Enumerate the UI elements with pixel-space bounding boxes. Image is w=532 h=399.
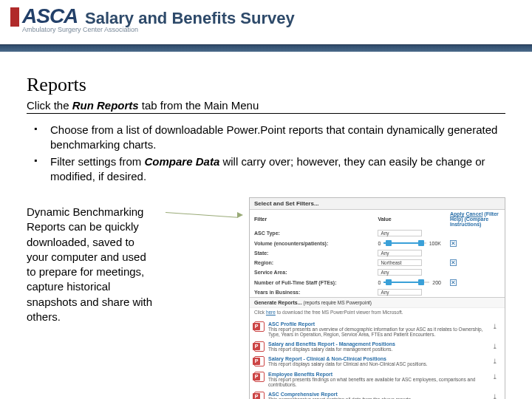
filter-name: Service Area: — [250, 267, 373, 277]
powerpoint-icon[interactable] — [254, 392, 265, 399]
generate-heading-text: Generate Reports... — [254, 300, 302, 305]
report-row: ASC Comprehensive Report This comprehens… — [253, 389, 502, 399]
asc-type-select[interactable]: Any — [378, 230, 422, 236]
report-desc: This report presents an overview of demo… — [268, 327, 486, 337]
reports-panel: Select and Set Filters... Filter Value A… — [249, 197, 505, 399]
report-list: ASC Profile Report This report presents … — [250, 316, 505, 399]
filter-name: ASC Type: — [250, 228, 373, 238]
filter-name: Region: — [250, 258, 373, 267]
years-select[interactable]: Any — [378, 289, 422, 296]
download-icon[interactable]: ⤓ — [490, 392, 500, 399]
report-desc: This report displays salary data for Cli… — [268, 361, 486, 366]
subtitle-suffix: tab from the Main Menu — [139, 99, 259, 112]
logo-text: ASCA — [22, 4, 78, 28]
powerpoint-icon[interactable] — [254, 372, 265, 382]
filter-name: Number of Full-Time Staff (FTEs): — [250, 277, 373, 287]
powerpoint-icon[interactable] — [254, 356, 265, 366]
bullet-list: Choose from a list of downloadable Power… — [40, 123, 505, 184]
slider-min: 0 — [378, 280, 381, 285]
bullet-item: Filter settings from Compare Data will c… — [40, 154, 505, 185]
click-here-link[interactable]: here — [266, 310, 276, 315]
logo-accent — [10, 7, 19, 27]
filters-heading: Select and Set Filters... — [250, 198, 505, 210]
filter-name: Years in Business: — [250, 287, 373, 297]
download-icon[interactable]: ⤓ — [490, 372, 500, 387]
bullet-item: Choose from a list of downloadable Power… — [40, 123, 505, 153]
report-title[interactable]: ASC Profile Report — [268, 321, 486, 327]
volume-slider[interactable] — [383, 239, 426, 247]
lower-row: Dynamic Benchmarking Reports can be quic… — [27, 197, 505, 399]
caption: Dynamic Benchmarking Reports can be quic… — [27, 197, 156, 399]
bullet-text: Choose from a list of downloadable Power… — [50, 123, 497, 151]
report-desc: This report displays salary data for man… — [268, 347, 486, 352]
fte-checkbox[interactable]: ✕ — [450, 279, 457, 286]
download-icon[interactable]: ⤓ — [490, 341, 500, 352]
filter-table: Filter Value Apply Cancel (Filter Help) … — [250, 210, 505, 297]
slider-min: 0 — [378, 241, 381, 246]
powerpoint-icon[interactable] — [254, 341, 265, 352]
fte-slider[interactable] — [383, 279, 429, 286]
subtitle-em: Run Reports — [72, 99, 139, 112]
bullet-em: Compare Data — [145, 155, 220, 168]
page-title: Reports — [27, 74, 505, 96]
col-value: Value — [373, 210, 446, 228]
report-title[interactable]: Employee Benefits Report — [268, 372, 486, 377]
download-icon[interactable]: ⤓ — [490, 321, 500, 337]
filter-name: State: — [250, 248, 373, 258]
bullet-text: Filter settings from — [50, 155, 145, 168]
volume-checkbox[interactable]: ✕ — [450, 240, 457, 247]
header: ASCA Ambulatory Surgery Center Associati… — [0, 0, 532, 52]
report-title[interactable]: Salary and Benefits Report - Management … — [268, 341, 486, 347]
content: Reports Click the Run Reports tab from t… — [0, 52, 532, 399]
report-title[interactable]: Salary Report - Clinical & Non-Clinical … — [268, 356, 486, 361]
service-area-select[interactable]: Any — [378, 269, 422, 276]
report-desc: This report presents findings on what be… — [268, 377, 486, 387]
apply-link[interactable]: Apply — [450, 211, 464, 216]
report-title[interactable]: ASC Comprehensive Report — [268, 392, 486, 397]
region-checkbox[interactable]: ✕ — [450, 259, 457, 266]
arrow — [162, 197, 243, 399]
generate-heading: Generate Reports... (reports require MS … — [250, 297, 505, 308]
report-row: Salary and Benefits Report - Management … — [253, 339, 502, 354]
filter-name: Volume (encounters/patients): — [250, 238, 373, 248]
slide-title: Salary and Benefits Survey — [85, 9, 295, 28]
download-icon[interactable]: ⤓ — [490, 356, 500, 366]
slider-max: 100K — [429, 241, 441, 246]
click-here-line: Click here to download the free MS Power… — [250, 308, 505, 316]
generate-heading-note: (reports require MS Powerpoint) — [304, 300, 372, 305]
report-row: Salary Report - Clinical & Non-Clinical … — [253, 354, 502, 369]
arrow-line — [166, 212, 238, 218]
arrow-head-icon — [237, 212, 243, 218]
subtitle-prefix: Click the — [27, 99, 72, 112]
slider-max: 200 — [432, 280, 441, 285]
subtitle: Click the Run Reports tab from the Main … — [27, 99, 505, 114]
state-select[interactable]: Any — [378, 250, 422, 256]
col-filter: Filter — [250, 210, 373, 228]
report-row: Employee Benefits Report This report pre… — [253, 369, 502, 389]
cancel-link[interactable]: Cancel — [466, 211, 482, 216]
powerpoint-icon[interactable] — [254, 321, 265, 332]
report-row: ASC Profile Report This report presents … — [253, 319, 502, 339]
region-select[interactable]: Northeast — [378, 259, 422, 266]
header-rule — [0, 44, 532, 52]
